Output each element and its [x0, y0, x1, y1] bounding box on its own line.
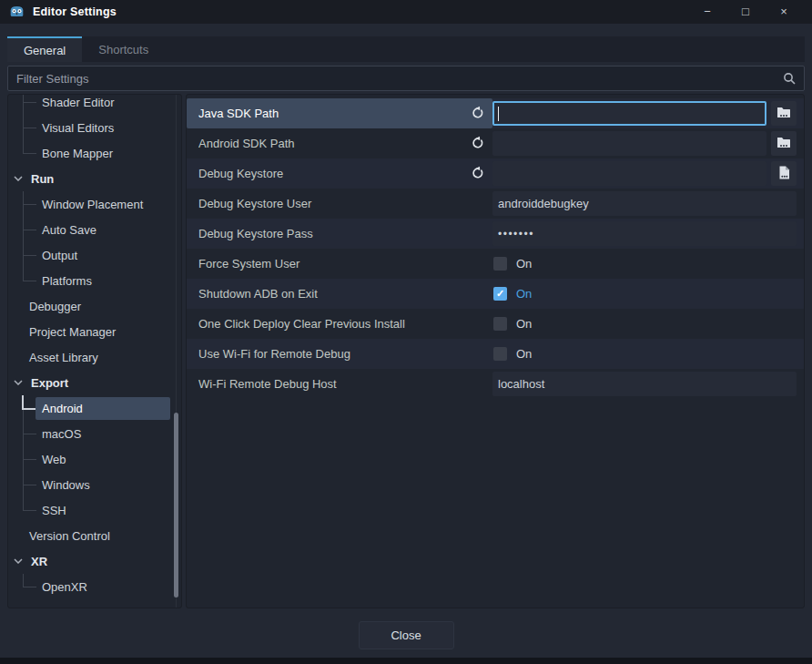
tab-general[interactable]: General: [7, 36, 82, 62]
setting-value-cell: ✓On: [492, 279, 804, 309]
sidebar-item-xr[interactable]: XR: [8, 548, 174, 574]
browse-folder-button[interactable]: [771, 101, 797, 126]
sidebar-item-asset-library[interactable]: Asset Library: [8, 344, 174, 370]
settings-row-debug-keystore[interactable]: Debug Keystore: [187, 158, 804, 189]
checkbox-one-click-deploy-clear-previous-install[interactable]: [493, 317, 507, 331]
maximize-window-button[interactable]: □: [732, 0, 759, 24]
revert-button[interactable]: [471, 106, 484, 122]
tree-guide-line: [23, 434, 36, 434]
chevron-down-icon[interactable]: [14, 176, 23, 181]
settings-row-wi-fi-remote-debug-host[interactable]: Wi-Fi Remote Debug Hostlocalhost: [187, 369, 804, 399]
settings-category-tree: Shader EditorVisual EditorsBone MapperRu…: [7, 94, 182, 608]
sidebar-item-label: XR: [31, 555, 47, 568]
sidebar-item-label: Run: [31, 172, 54, 186]
input-java-sdk-path[interactable]: [492, 101, 766, 126]
tree-guide-line: [23, 94, 24, 115]
setting-label-cell[interactable]: Force System User: [187, 249, 492, 279]
settings-row-java-sdk-path[interactable]: Java SDK Path: [187, 98, 804, 128]
tree-guide-line-selected: [22, 395, 24, 408]
setting-label-cell[interactable]: Shutdown ADB on Exit: [187, 279, 492, 309]
browse-folder-button[interactable]: [771, 131, 797, 156]
setting-label: Java SDK Path: [198, 107, 471, 120]
sidebar-item-bone-mapper[interactable]: Bone Mapper: [8, 140, 174, 166]
settings-row-one-click-deploy-clear-previous-install[interactable]: One Click Deploy Clear Previous InstallO…: [187, 309, 804, 339]
filter-settings-input[interactable]: Filter Settings: [7, 66, 805, 91]
folder-icon: [776, 137, 791, 151]
sidebar-item-windows[interactable]: Windows: [8, 472, 174, 497]
sidebar-item-label: Web: [42, 453, 66, 466]
setting-label-cell[interactable]: Android SDK Path: [187, 128, 492, 158]
close-window-button[interactable]: ×: [770, 0, 797, 24]
sidebar-item-visual-editors[interactable]: Visual Editors: [8, 115, 174, 140]
sidebar-item-android[interactable]: Android: [8, 395, 174, 421]
checkbox-force-system-user[interactable]: [493, 257, 507, 271]
sidebar-item-version-control[interactable]: Version Control: [8, 523, 174, 548]
settings-row-android-sdk-path[interactable]: Android SDK Path: [187, 128, 804, 158]
checkbox-on-label: On: [516, 317, 532, 331]
setting-label: Force System User: [198, 257, 492, 271]
tree-guide-line: [23, 140, 24, 153]
close-button[interactable]: Close: [359, 621, 454, 649]
sidebar-item-debugger[interactable]: Debugger: [8, 293, 174, 319]
setting-label-cell[interactable]: Debug Keystore User: [187, 189, 492, 219]
setting-label: Debug Keystore: [198, 167, 471, 180]
setting-value-cell: •••••••: [492, 219, 804, 249]
sidebar-item-auto-save[interactable]: Auto Save: [8, 217, 174, 242]
browse-file-button[interactable]: [771, 161, 797, 186]
chevron-down-icon[interactable]: [14, 558, 23, 564]
revert-button[interactable]: [471, 166, 484, 182]
sidebar-item-label: macOS: [42, 427, 81, 441]
sidebar-item-label: Asset Library: [29, 351, 98, 364]
settings-row-debug-keystore-pass[interactable]: Debug Keystore Pass•••••••: [187, 219, 804, 249]
sidebar-item-export[interactable]: Export: [8, 370, 174, 395]
sidebar-item-shader-editor[interactable]: Shader Editor: [8, 94, 174, 115]
setting-label-cell[interactable]: Debug Keystore: [187, 158, 492, 189]
settings-row-use-wi-fi-for-remote-debug[interactable]: Use Wi-Fi for Remote DebugOn: [187, 339, 804, 369]
setting-value-cell: androiddebugkey: [492, 189, 804, 219]
setting-label: Use Wi-Fi for Remote Debug: [198, 347, 492, 361]
sidebar-item-metadata[interactable]: Metadata: [8, 599, 174, 608]
chevron-down-icon[interactable]: [14, 380, 23, 385]
setting-value-cell: localhost: [492, 369, 804, 399]
checkbox-shutdown-adb-on-exit[interactable]: ✓: [493, 287, 507, 301]
input-debug-keystore[interactable]: [492, 161, 766, 186]
revert-button[interactable]: [471, 136, 484, 152]
checkbox-use-wi-fi-for-remote-debug[interactable]: [493, 347, 507, 361]
setting-value-cell: [492, 158, 804, 189]
input-debug-keystore-user[interactable]: androiddebugkey: [492, 191, 797, 216]
settings-row-shutdown-adb-on-exit[interactable]: Shutdown ADB on Exit✓On: [187, 279, 804, 309]
revert-icon: [471, 136, 484, 152]
sidebar-item-output[interactable]: Output: [8, 242, 174, 268]
input-android-sdk-path[interactable]: [492, 131, 766, 156]
sidebar-item-label: Project Manager: [29, 325, 116, 339]
tree-guide-line: [23, 574, 24, 587]
setting-label-cell[interactable]: Wi-Fi Remote Debug Host: [187, 369, 492, 399]
sidebar-item-label: Metadata: [29, 606, 78, 609]
sidebar-item-openxr[interactable]: OpenXR: [8, 574, 174, 599]
setting-label-cell[interactable]: One Click Deploy Clear Previous Install: [187, 309, 492, 339]
checkbox-on-label: On: [516, 287, 532, 301]
settings-row-force-system-user[interactable]: Force System UserOn: [187, 249, 804, 279]
setting-label-cell[interactable]: Debug Keystore Pass: [187, 219, 492, 249]
setting-value-cell: On: [492, 339, 804, 369]
sidebar-item-platforms[interactable]: Platforms: [8, 268, 174, 293]
sidebar-item-window-placement[interactable]: Window Placement: [8, 191, 174, 217]
minimize-window-button[interactable]: −: [694, 0, 721, 24]
sidebar-item-label: Output: [42, 249, 77, 262]
input-debug-keystore-pass[interactable]: •••••••: [492, 221, 797, 246]
setting-label-cell[interactable]: Java SDK Path: [187, 98, 492, 128]
tree-guide-line: [23, 459, 36, 460]
sidebar-item-label: Auto Save: [42, 223, 96, 237]
setting-label-cell[interactable]: Use Wi-Fi for Remote Debug: [187, 339, 492, 369]
sidebar-item-run[interactable]: Run: [8, 166, 174, 191]
settings-row-debug-keystore-user[interactable]: Debug Keystore Userandroiddebugkey: [187, 189, 804, 219]
input-wi-fi-remote-debug-host[interactable]: localhost: [492, 372, 797, 396]
tab-shortcuts[interactable]: Shortcuts: [82, 36, 165, 62]
sidebar-item-ssh[interactable]: SSH: [8, 497, 174, 523]
setting-value-cell: [492, 98, 804, 128]
sidebar-scrollbar-thumb[interactable]: [174, 413, 178, 598]
sidebar-item-project-manager[interactable]: Project Manager: [8, 319, 174, 344]
sidebar-item-web[interactable]: Web: [8, 446, 174, 472]
text-caret: [498, 107, 499, 121]
sidebar-item-macos[interactable]: macOS: [8, 421, 174, 446]
